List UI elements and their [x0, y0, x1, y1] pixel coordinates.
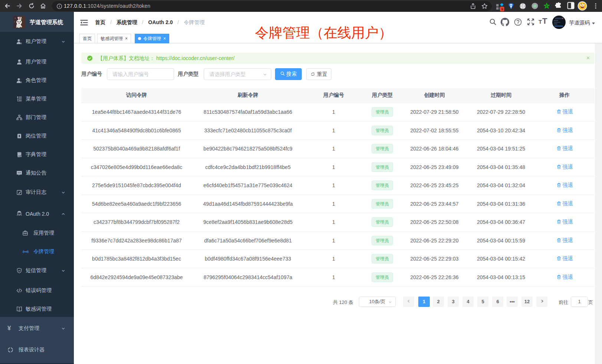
svg-text:9: 9 — [501, 7, 503, 11]
